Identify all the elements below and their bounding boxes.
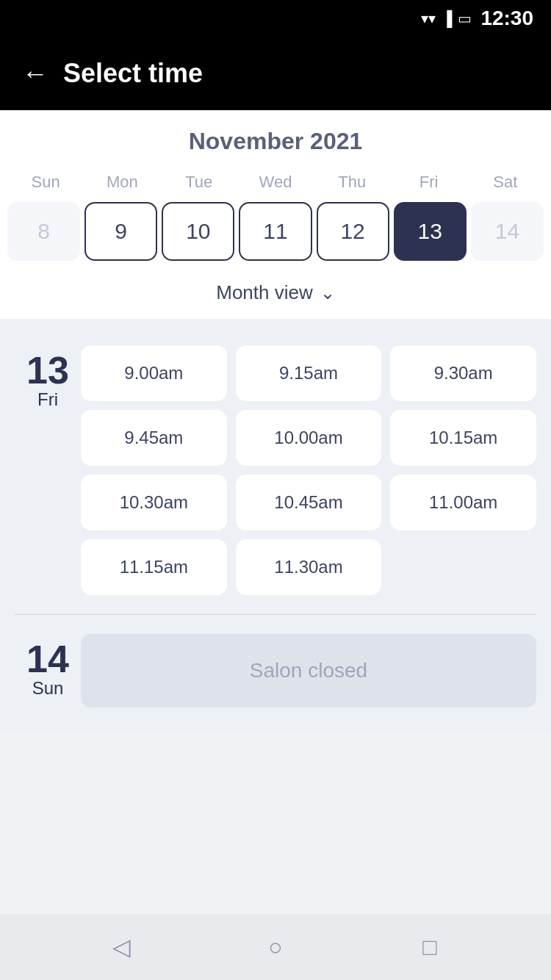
day-10[interactable]: 10 [162, 202, 234, 261]
slot-1115am[interactable]: 11.15am [81, 539, 227, 595]
weekday-mon: Mon [84, 168, 160, 196]
slot-930am[interactable]: 9.30am [390, 345, 536, 401]
days-row: 8 9 10 11 12 13 14 [0, 196, 551, 273]
day-label-14: 14 Sun [15, 634, 81, 707]
slot-1045am[interactable]: 10.45am [236, 475, 382, 530]
slot-915am[interactable]: 9.15am [236, 345, 382, 401]
weekday-sat: Sat [467, 168, 544, 196]
time-slots-section: 13 Fri 9.00am 9.15am 9.30am 9.45am 10.00… [0, 319, 551, 734]
weekdays-row: Sun Mon Tue Wed Thu Fri Sat [0, 168, 551, 196]
nav-home-icon[interactable]: ○ [257, 929, 294, 965]
day-number-14: 14 [26, 640, 69, 678]
bottom-nav: ◁ ○ □ [0, 914, 551, 980]
slot-1015am[interactable]: 10.15am [390, 410, 536, 466]
day-12[interactable]: 12 [317, 202, 389, 261]
battery-icon: ▭ [458, 10, 472, 27]
weekday-thu: Thu [314, 168, 390, 196]
month-view-toggle[interactable]: Month view ⌄ [0, 273, 551, 319]
day-13[interactable]: 13 [394, 202, 467, 261]
day-block-14: 14 Sun Salon closed [0, 622, 551, 719]
day-label-13: 13 Fri [15, 345, 81, 595]
slot-1030am[interactable]: 10.30am [81, 475, 227, 530]
nav-back-icon[interactable]: ◁ [103, 929, 140, 965]
slot-900am[interactable]: 9.00am [81, 345, 227, 401]
day-number-13: 13 [26, 351, 69, 389]
day-block-13: 13 Fri 9.00am 9.15am 9.30am 9.45am 10.00… [0, 334, 551, 607]
wifi-icon: ▾▾ [421, 10, 436, 27]
slot-1000am[interactable]: 10.00am [236, 410, 382, 466]
month-title: November 2021 [0, 128, 551, 155]
back-button[interactable]: ← [22, 60, 48, 87]
weekday-tue: Tue [161, 168, 237, 196]
slots-grid-13: 9.00am 9.15am 9.30am 9.45am 10.00am 10.1… [81, 345, 536, 595]
slot-1130am[interactable]: 11.30am [236, 539, 382, 595]
signal-icon: ▐ [442, 10, 452, 27]
status-time: 12:30 [480, 7, 533, 30]
salon-closed-label: Salon closed [81, 634, 536, 707]
chevron-down-icon: ⌄ [320, 283, 335, 303]
closed-slots-14: Salon closed [81, 634, 536, 707]
day-8[interactable]: 8 [7, 202, 80, 261]
day-name-13: Fri [37, 389, 58, 410]
status-icons: ▾▾ ▐ ▭ [421, 10, 472, 27]
day-14[interactable]: 14 [471, 202, 544, 261]
day-9[interactable]: 9 [84, 202, 157, 261]
slot-1100am[interactable]: 11.00am [390, 475, 536, 530]
month-view-label: Month view [216, 281, 313, 304]
day-11[interactable]: 11 [239, 202, 311, 261]
weekday-sun: Sun [7, 168, 84, 196]
weekday-fri: Fri [390, 168, 467, 196]
weekday-wed: Wed [237, 168, 314, 196]
status-bar: ▾▾ ▐ ▭ 12:30 [0, 0, 551, 37]
nav-recents-icon[interactable]: □ [411, 929, 448, 965]
calendar-section: November 2021 Sun Mon Tue Wed Thu Fri Sa… [0, 110, 551, 319]
day-name-14: Sun [32, 678, 64, 699]
section-divider [15, 614, 536, 615]
slot-945am[interactable]: 9.45am [81, 410, 227, 466]
page-title: Select time [63, 58, 203, 89]
app-header: ← Select time [0, 37, 551, 110]
